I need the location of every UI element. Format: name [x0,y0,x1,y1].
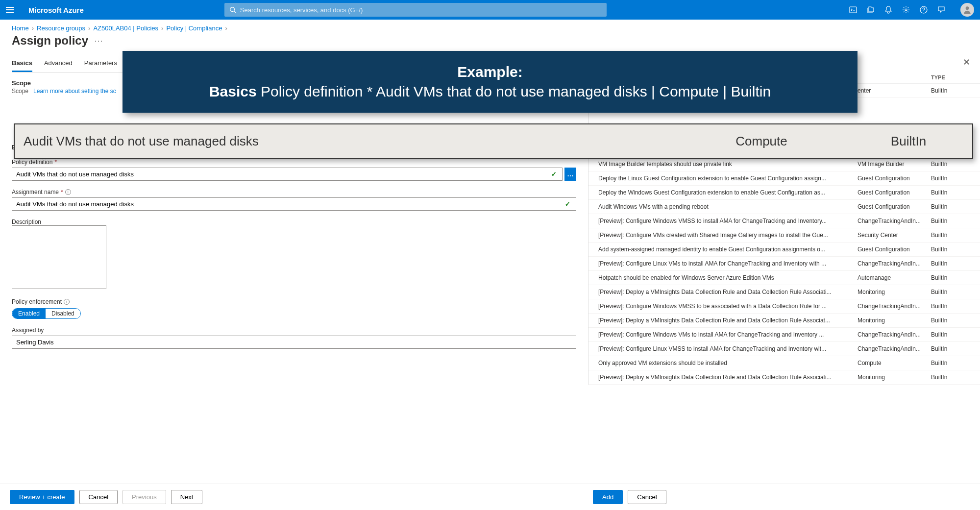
table-row[interactable]: [Preview]: Configure Windows VMs to inst… [588,328,980,342]
def-type: BuiltIn [931,161,970,168]
def-type: BuiltIn [931,260,970,267]
cloud-shell-icon[interactable] [849,5,858,14]
def-name: Add system-assigned managed identity to … [598,246,858,253]
top-nav-bar: Microsoft Azure [0,0,980,20]
page-title: Assign policy [12,34,88,48]
description-textarea[interactable] [12,225,106,289]
table-row[interactable]: Only approved VM extensions should be in… [588,356,980,370]
table-row[interactable]: [Preview]: Configure Linux VMs to instal… [588,257,980,271]
assigned-by-input[interactable] [12,336,576,349]
def-name: [Preview]: Configure Windows VMSS to be … [598,303,858,310]
check-icon: ✓ [551,170,557,178]
check-icon: ✓ [565,200,570,208]
search-icon [229,6,236,13]
def-type: BuiltIn [931,317,970,324]
brand-label: Microsoft Azure [28,6,84,14]
toggle-disabled[interactable]: Disabled [46,309,80,318]
table-row[interactable]: Deploy the Linux Guest Configuration ext… [588,171,980,186]
table-row[interactable]: [Preview]: Deploy a VMInsights Data Coll… [588,314,980,328]
table-row[interactable]: Deploy the Windows Guest Configuration e… [588,186,980,200]
table-row[interactable]: [Preview]: Configure VMs created with Sh… [588,228,980,243]
policy-definition-label: Policy definition* [12,159,576,166]
crumb-lab-policies[interactable]: AZ500LAB04 | Policies [93,24,158,32]
svg-point-0 [230,7,235,12]
def-category: ChangeTrackingAndIn... [858,260,931,267]
breadcrumb: Home› Resource groups› AZ500LAB04 | Poli… [0,20,980,34]
policy-definition-picker-button[interactable]: … [564,168,576,181]
table-row[interactable]: [Preview]: Configure Linux VMSS to insta… [588,342,980,356]
def-name: [Preview]: Configure Linux VMSS to insta… [598,345,858,352]
def-category: Monitoring [858,374,931,381]
table-row[interactable]: Hotpatch should be enabled for Windows S… [588,271,980,285]
def-type: BuiltIn [931,218,970,224]
crumb-home[interactable]: Home [12,24,29,32]
page-title-row: Assign policy ⋯ [0,34,980,51]
help-icon[interactable] [919,5,928,14]
annotation-callout: Example: Basics Policy definition * Audi… [122,51,858,113]
crumb-policy-compliance[interactable]: Policy | Compliance [166,24,222,32]
def-table-body: [Preview]: Configure system-assigned man… [588,143,980,385]
assigned-by-label: Assigned by [12,327,576,334]
def-type: BuiltIn [931,331,970,338]
table-row[interactable]: [Preview]: Deploy a VMInsights Data Coll… [588,370,980,385]
directories-icon[interactable] [866,5,875,14]
table-row[interactable]: [Preview]: Configure Windows VMSS to ins… [588,214,980,228]
def-category: Guest Configuration [858,246,931,253]
table-row[interactable]: [Preview]: Deploy a VMInsights Data Coll… [588,285,980,299]
toggle-enabled[interactable]: Enabled [12,309,46,318]
more-actions-icon[interactable]: ⋯ [94,35,103,46]
info-icon[interactable]: i [65,189,71,195]
svg-point-5 [966,6,969,10]
notifications-icon[interactable] [884,5,893,14]
crumb-resource-groups[interactable]: Resource groups [37,24,85,32]
def-category: Compute [858,360,931,366]
global-search-input[interactable] [240,6,602,14]
def-type: BuiltIn [931,232,970,239]
settings-icon[interactable] [902,5,910,14]
annotation-selected-row: Audit VMs that do not use managed disks … [14,123,973,159]
tab-parameters[interactable]: Parameters [84,55,117,72]
def-name: [Preview]: Deploy a VMInsights Data Coll… [598,289,858,295]
def-category: Guest Configuration [858,175,931,182]
def-name: [Preview]: Deploy a VMInsights Data Coll… [598,317,858,324]
tab-advanced[interactable]: Advanced [44,55,73,72]
hamburger-menu-icon[interactable] [6,7,20,13]
def-category: Automanage [858,274,931,281]
svg-point-3 [905,9,907,11]
user-avatar[interactable] [960,3,974,17]
table-row[interactable]: Audit Windows VMs with a pending rebootG… [588,200,980,214]
def-type: BuiltIn [931,360,970,366]
def-category: Security Center [858,232,931,239]
policy-definition-input[interactable] [12,168,563,181]
def-name: [Preview]: Configure VMs created with Sh… [598,232,858,239]
def-name: [Preview]: Configure Windows VMSS to ins… [598,218,858,224]
def-name: [Preview]: Deploy a VMInsights Data Coll… [598,374,858,381]
policy-enforcement-label: Policy enforcement i [12,298,576,305]
def-name: [Preview]: Configure Windows VMs to inst… [598,331,858,338]
def-category: Monitoring [858,317,931,324]
svg-rect-2 [850,7,857,13]
def-name: VM Image Builder templates should use pr… [598,161,858,168]
def-name: Deploy the Windows Guest Configuration e… [598,189,858,196]
top-right-icons [849,3,974,17]
def-category: ChangeTrackingAndIn... [858,218,931,224]
table-row[interactable]: Add system-assigned managed identity to … [588,243,980,257]
assignment-name-input[interactable] [12,197,576,211]
def-category: ChangeTrackingAndIn... [858,345,931,352]
info-icon[interactable]: i [64,299,70,305]
tab-basics[interactable]: Basics [12,55,32,72]
def-category: Guest Configuration [858,203,931,210]
policy-enforcement-toggle[interactable]: Enabled Disabled [12,308,81,319]
def-type: BuiltIn [931,246,970,253]
table-row[interactable]: VM Image Builder templates should use pr… [588,157,980,171]
global-search[interactable] [224,3,607,17]
def-type: BuiltIn [931,189,970,196]
feedback-icon[interactable] [937,5,946,14]
def-type: BuiltIn [931,203,970,210]
scope-learn-more-link[interactable]: Learn more about setting the sc [33,88,116,95]
table-row[interactable]: [Preview]: Configure Windows VMSS to be … [588,299,980,314]
def-type: BuiltIn [931,274,970,281]
close-icon[interactable]: ✕ [963,57,970,68]
def-name: Deploy the Linux Guest Configuration ext… [598,175,858,182]
def-category: VM Image Builder [858,161,931,168]
